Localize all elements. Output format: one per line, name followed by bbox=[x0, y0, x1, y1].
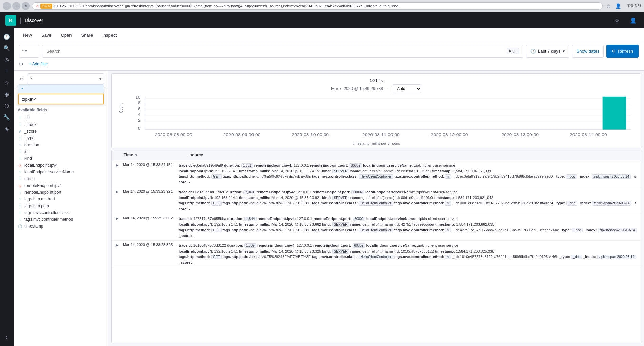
field-item-id2[interactable]: t id bbox=[18, 148, 104, 155]
expand-row-button[interactable]: ▶ bbox=[116, 216, 121, 221]
table-row: ▶ Mar 14, 2020 @ 15:33:23.325 traceId: 1… bbox=[112, 241, 641, 267]
date-from: Mar 7, 2020 @ 15:49:29.738 bbox=[331, 86, 383, 91]
id-type-icon: t bbox=[18, 116, 22, 120]
httppath-type-icon: t bbox=[18, 204, 22, 208]
expand-row-button[interactable]: ▶ bbox=[116, 163, 121, 167]
svg-text:2020-03-11 00:00: 2020-03-11 00:00 bbox=[362, 133, 400, 137]
security-icon: ⚠ bbox=[36, 4, 39, 8]
svg-rect-13 bbox=[603, 97, 626, 130]
settings-icon-button[interactable]: ⚙ bbox=[611, 15, 622, 26]
field-item-localservice[interactable]: t localEndpoint.serviceName bbox=[18, 169, 104, 175]
date-range-row: Mar 7, 2020 @ 15:49:29.738 — Auto Per ho… bbox=[117, 84, 636, 93]
field-item-name[interactable]: t name bbox=[18, 175, 104, 182]
nav-canvas[interactable]: ☆ bbox=[1, 77, 12, 88]
app-title: Discover bbox=[25, 18, 43, 23]
search-input[interactable] bbox=[46, 49, 507, 54]
kibana-logo: K bbox=[5, 15, 16, 26]
back-button[interactable]: ← bbox=[3, 2, 11, 10]
sidebar-reset-icon[interactable]: ⟳ bbox=[18, 75, 26, 83]
result-time: Mar 14, 2020 @ 15:33:23.325 bbox=[123, 243, 179, 247]
expand-row-button[interactable]: ▶ bbox=[116, 190, 121, 194]
share-button[interactable]: Share bbox=[77, 30, 97, 40]
dropdown-item-zipkin[interactable]: zipkin-* bbox=[18, 94, 104, 104]
nav-search[interactable]: 🔍 bbox=[1, 43, 12, 53]
field-item-remoteport[interactable]: t remoteEndpoint.port bbox=[18, 189, 104, 196]
index-type-icon: t bbox=[18, 123, 22, 127]
forward-button[interactable]: → bbox=[12, 2, 20, 10]
svg-text:8: 8 bbox=[138, 101, 141, 105]
field-item-type[interactable]: t _type bbox=[18, 135, 104, 142]
add-filter-button[interactable]: + Add filter bbox=[26, 60, 51, 68]
browser-controls: ← → ↻ bbox=[3, 2, 30, 10]
vertical-nav: 🕐 🔍 ◎ ≡ ☆ ◉ ⬡ 🔧 ◈ ⋮ bbox=[0, 28, 14, 346]
hits-label: hits bbox=[376, 78, 383, 83]
time-filter-label: Last 7 days bbox=[538, 49, 561, 54]
index-pattern-dropdown: * zipkin-* bbox=[18, 84, 104, 105]
hits-info: 10 hits bbox=[370, 78, 383, 83]
nav-visualize[interactable]: ≡ bbox=[1, 66, 12, 77]
save-button[interactable]: Save bbox=[37, 30, 56, 40]
result-source: traceId: ec0efa89195f9af9 duration: 1,68… bbox=[179, 163, 637, 185]
remoteport-type-icon: t bbox=[18, 191, 22, 194]
index-selector[interactable]: * ▾ bbox=[19, 45, 39, 58]
new-button[interactable]: New bbox=[19, 30, 36, 40]
bookmark-button[interactable]: ☆ bbox=[605, 2, 613, 10]
chevron-down-icon: ▾ bbox=[25, 49, 27, 53]
download-label: 下载 3:51 bbox=[627, 4, 641, 8]
nav-devtools[interactable]: 🔧 bbox=[1, 112, 12, 123]
svg-text:2020-03-09 00:00: 2020-03-09 00:00 bbox=[223, 133, 261, 137]
httpmethod-type-icon: t bbox=[18, 197, 22, 201]
index-pattern-input[interactable] bbox=[27, 73, 104, 84]
duration-type-icon: t bbox=[18, 143, 22, 147]
field-item-httppath[interactable]: t tags.http.path bbox=[18, 202, 104, 209]
address-bar[interactable]: ⚠ 不安全 10.0.251.180:5601/app/kibana#/disc… bbox=[32, 2, 603, 10]
profile-button[interactable]: 👤 bbox=[614, 2, 622, 10]
app-header: K | Discover ⚙ 👤 bbox=[0, 12, 644, 28]
mvcclass-type-icon: t bbox=[18, 211, 22, 215]
table-row: ▶ Mar 14, 2020 @ 15:33:23.921 traceId: 0… bbox=[112, 187, 641, 214]
dropdown-item-star[interactable]: * bbox=[18, 85, 104, 94]
search-bar-container: * ▾ KQL 🕐 Last 7 days ▾ Show dates ↻ bbox=[14, 42, 644, 71]
field-item-kind[interactable]: t kind bbox=[18, 155, 104, 162]
nav-maps[interactable]: ◉ bbox=[1, 89, 12, 100]
field-item-score[interactable]: # _score bbox=[18, 128, 104, 135]
reload-button[interactable]: ↻ bbox=[22, 2, 30, 10]
sidebar: ⟳ ▾ * zipkin-* Selected fie bbox=[14, 71, 108, 346]
nav-ml[interactable]: ⬡ bbox=[1, 100, 12, 111]
time-column-header[interactable]: Time ▼ bbox=[124, 153, 185, 157]
kql-badge[interactable]: KQL bbox=[507, 48, 519, 54]
refresh-button[interactable]: ↻ Refresh bbox=[606, 45, 639, 58]
show-dates-button[interactable]: Show dates bbox=[572, 45, 604, 58]
fields-section: Selected fields </> _source Available fi… bbox=[14, 87, 108, 346]
interval-selector[interactable]: Auto Per hour Per day bbox=[393, 84, 421, 93]
browser-bar: ← → ↻ ⚠ 不安全 10.0.251.180:5601/app/kibana… bbox=[0, 0, 644, 12]
field-item-httpmethod[interactable]: t tags.http.method bbox=[18, 196, 104, 202]
address-text: 10.0.251.180:5601/app/kibana#/discover?_… bbox=[54, 4, 599, 8]
field-item-localipv4[interactable]: ◎ localEndpoint.ipv4 bbox=[18, 162, 104, 169]
field-item-id[interactable]: t _id bbox=[18, 114, 104, 121]
inspect-button[interactable]: Inspect bbox=[98, 30, 121, 40]
field-item-index[interactable]: t _index bbox=[18, 121, 104, 128]
expand-row-button[interactable]: ▶ bbox=[116, 243, 121, 247]
time-filter[interactable]: 🕐 Last 7 days ▾ bbox=[526, 45, 569, 58]
svg-text:Count: Count bbox=[118, 103, 124, 113]
localservice-type-icon: t bbox=[18, 170, 22, 174]
filter-icon: ⚙ bbox=[19, 61, 23, 67]
search-input-wrapper: KQL bbox=[42, 45, 523, 58]
timestamp-type-icon: 🕐 bbox=[18, 224, 22, 228]
svg-text:2020-03-13 00:00: 2020-03-13 00:00 bbox=[501, 133, 539, 137]
nav-dashboard[interactable]: ◎ bbox=[1, 54, 12, 65]
nav-monitoring[interactable]: ◈ bbox=[1, 123, 12, 134]
nav-more[interactable]: ⋮ bbox=[1, 332, 12, 343]
field-item-mvcclass[interactable]: t tags.mvc.controller.class bbox=[18, 209, 104, 216]
field-item-remoteipv4[interactable]: ◎ remoteEndpoint.ipv4 bbox=[18, 182, 104, 189]
result-time: Mar 14, 2020 @ 15:33:23.662 bbox=[123, 216, 179, 220]
kind-type-icon: t bbox=[18, 157, 22, 160]
field-item-mvcmethod[interactable]: t tags.mvc.controller.method bbox=[18, 216, 104, 223]
results-container: Time ▼ _source ▶ Mar 14, 2020 @ 15:33:24… bbox=[111, 150, 641, 343]
field-item-duration[interactable]: t duration bbox=[18, 142, 104, 148]
open-button[interactable]: Open bbox=[57, 30, 76, 40]
field-item-timestamp[interactable]: 🕐 timestamp bbox=[18, 223, 104, 230]
user-icon-button[interactable]: 👤 bbox=[628, 15, 639, 26]
nav-discover[interactable]: 🕐 bbox=[1, 31, 12, 42]
